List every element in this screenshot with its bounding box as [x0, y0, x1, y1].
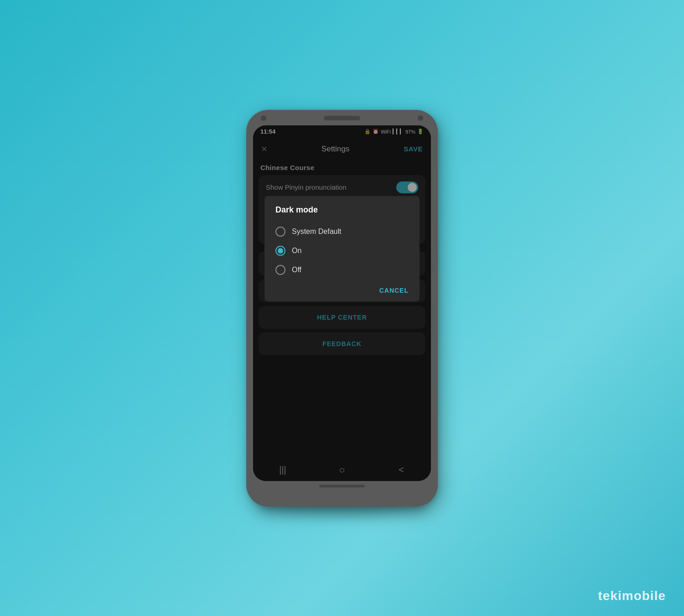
scroll-content: Chinese Course Show Pinyin pronunciation… — [253, 160, 431, 459]
phone-speaker-right — [418, 115, 423, 121]
watermark: tekimobile — [598, 589, 666, 603]
radio-label-on: On — [292, 247, 301, 255]
phone-bottom-pill — [319, 485, 365, 487]
phone-screen: 11:54 🔒 ⏰ WiFi ▎▎▎ 97% 🔋 × Settings SAVE… — [253, 125, 431, 481]
radio-circle-on[interactable] — [275, 246, 285, 256]
dialog-title: Dark mode — [275, 205, 409, 215]
phone-bottom-pill-container — [246, 481, 438, 493]
dialog-cancel-row: CANCEL — [275, 283, 409, 294]
phone-speaker-left — [261, 115, 266, 121]
phone-speaker-center — [324, 116, 360, 120]
phone-top-bar — [246, 110, 438, 121]
radio-circle-system-default[interactable] — [275, 227, 285, 237]
radio-option-off[interactable]: Off — [275, 260, 409, 280]
radio-label-system-default: System Default — [292, 228, 341, 236]
radio-label-off: Off — [292, 266, 301, 274]
radio-circle-off[interactable] — [275, 265, 285, 275]
cancel-button[interactable]: CANCEL — [379, 287, 409, 294]
dark-mode-dialog: Dark mode System Default On Off — [264, 196, 420, 301]
radio-option-on[interactable]: On — [275, 241, 409, 260]
dialog-overlay: Dark mode System Default On Off — [253, 160, 431, 459]
phone-shell: 11:54 🔒 ⏰ WiFi ▎▎▎ 97% 🔋 × Settings SAVE… — [246, 110, 438, 507]
radio-option-system-default[interactable]: System Default — [275, 222, 409, 241]
